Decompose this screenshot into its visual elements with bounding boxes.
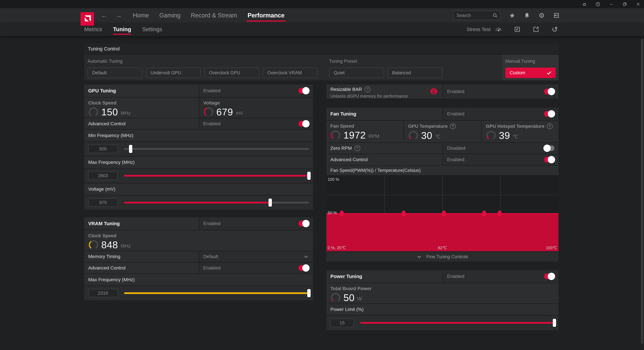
gpu-voltage-track[interactable] xyxy=(124,202,309,204)
tab-performance[interactable]: Performance xyxy=(248,8,284,23)
rebar-toggle[interactable] xyxy=(544,89,554,94)
titlebar xyxy=(0,0,644,8)
fan-curve-chart: 100 % 50 % 0 %, 25℃ 62℃ 100℃ xyxy=(326,176,558,251)
minimize-icon[interactable] xyxy=(608,1,614,7)
hotspot-help-icon[interactable]: ? xyxy=(547,124,552,129)
auto-overclock-gpu-button[interactable]: Overclock GPU xyxy=(204,68,259,78)
power-limit-input[interactable] xyxy=(330,319,354,327)
gpu-voltage-handle[interactable] xyxy=(268,198,272,206)
vram-advanced-toggle[interactable] xyxy=(298,265,309,271)
vertical-scrollbar[interactable] xyxy=(641,38,643,344)
fan-curve-point[interactable] xyxy=(442,210,446,216)
gpu-max-freq-input[interactable] xyxy=(88,172,118,180)
fan-curve-plot: 100 % 50 % 0 %, 25℃ 62℃ 100℃ xyxy=(326,176,558,251)
gpu-temp-unit: ℃ xyxy=(435,134,440,140)
gpu-clock-value: 150 xyxy=(101,106,118,118)
stress-test-button[interactable]: Stress Test xyxy=(466,26,502,33)
gpu-min-freq-handle[interactable] xyxy=(129,145,132,153)
gpu-voltage-gauge xyxy=(203,107,214,117)
amd-logo[interactable] xyxy=(80,12,94,26)
gpu-temp-value: 30 xyxy=(421,130,432,141)
fan-speed-gauge xyxy=(330,130,341,140)
gpu-temp-help-icon[interactable]: ? xyxy=(450,124,456,129)
stress-test-label: Stress Test xyxy=(466,27,490,32)
preset-balanced-button[interactable]: Balanced xyxy=(388,68,442,78)
tab-gaming[interactable]: Gaming xyxy=(159,8,180,23)
vram-tuning-toggle[interactable] xyxy=(298,221,309,226)
hotspot-value: 39 xyxy=(499,130,510,141)
gpu-voltage-mv-label: Voltage (mV) xyxy=(88,186,116,192)
gpu-clock-unit: MHz xyxy=(121,110,131,116)
subtab-settings[interactable]: Settings xyxy=(142,23,162,36)
export-profile-icon[interactable] xyxy=(532,26,540,33)
manual-custom-button[interactable]: Custom xyxy=(505,68,556,78)
forward-arrow-icon[interactable]: → xyxy=(115,8,122,23)
favorites-star-icon[interactable]: ★ xyxy=(508,12,516,19)
gpu-temp-label: GPU Temperature xyxy=(408,124,448,129)
restore-icon[interactable] xyxy=(622,1,628,7)
fan-advanced-toggle[interactable] xyxy=(544,157,554,162)
subtab-tuning[interactable]: Tuning xyxy=(113,23,131,36)
reset-defaults-icon[interactable]: ↺ xyxy=(551,26,559,33)
memory-timing-value: Default xyxy=(203,254,218,259)
vram-max-freq-input[interactable] xyxy=(88,289,118,297)
gpu-voltage-input[interactable] xyxy=(88,198,118,207)
vram-tuning-title: VRAM Tuning xyxy=(88,221,120,226)
settings-gear-icon[interactable]: ⚙ xyxy=(538,12,546,19)
close-icon[interactable] xyxy=(635,1,641,7)
zero-rpm-status: Disabled xyxy=(447,146,466,151)
preset-quiet-button[interactable]: Quiet xyxy=(329,68,384,78)
notifications-bell-icon[interactable] xyxy=(523,12,531,19)
gpu-min-freq-track[interactable] xyxy=(124,148,309,150)
auto-default-button[interactable]: Default xyxy=(88,68,142,78)
nav-history: ← → xyxy=(100,8,122,23)
fan-speed-label: Fan Speed xyxy=(330,124,354,129)
vram-max-freq-slider xyxy=(88,289,309,297)
auto-undervolt-gpu-button[interactable]: Undervolt GPU xyxy=(146,68,201,78)
search-icon xyxy=(492,13,498,18)
vram-clock-value: 848 xyxy=(101,239,118,250)
x-axis-max-label: 100℃ xyxy=(546,246,557,250)
rebar-title: Resizable BAR xyxy=(330,87,362,92)
search-box[interactable] xyxy=(453,11,500,20)
help-icon[interactable] xyxy=(595,1,601,7)
fan-curve-point[interactable] xyxy=(498,210,502,216)
fan-curve-point[interactable] xyxy=(482,210,486,216)
nav-tabs: Home Gaming Record & Stream Performance xyxy=(133,8,284,23)
tab-record-stream[interactable]: Record & Stream xyxy=(191,8,237,23)
fan-tuning-toggle[interactable] xyxy=(544,111,554,117)
tab-home[interactable]: Home xyxy=(133,8,149,23)
gpu-tuning-toggle[interactable] xyxy=(298,88,309,94)
vram-max-freq-track[interactable] xyxy=(124,292,309,294)
power-limit-handle[interactable] xyxy=(553,319,556,327)
gpu-max-freq-track[interactable] xyxy=(124,175,309,176)
auto-overclock-vram-button[interactable]: Overclock VRAM xyxy=(263,68,318,78)
tuning-preset-label: Tuning Preset xyxy=(329,59,442,64)
power-limit-track[interactable] xyxy=(360,322,554,324)
rebar-subtitle: Unlocks dGPU memory for performance xyxy=(330,94,442,99)
zero-rpm-toggle[interactable] xyxy=(544,146,554,151)
search-input[interactable] xyxy=(456,13,492,18)
automatic-tuning-group: Automatic Tuning Default Undervolt GPU O… xyxy=(84,55,318,80)
zero-rpm-help-icon[interactable]: ? xyxy=(354,146,360,151)
import-profile-icon[interactable] xyxy=(513,26,521,33)
back-arrow-icon[interactable]: ← xyxy=(100,8,108,23)
fan-curve-point[interactable] xyxy=(402,210,406,216)
radeon-software-window: ← → Home Gaming Record & Stream Performa… xyxy=(0,0,644,350)
rebar-help-icon[interactable]: ? xyxy=(364,86,370,92)
tuning-page: Tuning Control Automatic Tuning Default … xyxy=(0,44,644,330)
fan-curve-point[interactable] xyxy=(340,210,344,216)
bug-report-icon[interactable] xyxy=(582,1,587,7)
gpu-max-freq-handle[interactable] xyxy=(307,172,310,180)
gpu-min-freq-input[interactable] xyxy=(88,145,118,153)
collapse-panel-icon[interactable] xyxy=(553,12,560,19)
gpu-advanced-toggle[interactable] xyxy=(298,121,309,126)
vram-max-freq-handle[interactable] xyxy=(307,289,310,297)
vram-clock-label: Clock Speed xyxy=(88,233,116,238)
hotspot-temp-label: GPU Hotspot Temperature xyxy=(486,124,544,129)
check-icon xyxy=(546,70,552,76)
power-tuning-toggle[interactable] xyxy=(544,274,554,279)
fine-tuning-controls-expander[interactable]: Fine Tuning Controls xyxy=(326,252,558,262)
gpu-advanced-status: Enabled xyxy=(203,121,220,126)
memory-timing-dropdown[interactable]: Default xyxy=(199,251,313,262)
